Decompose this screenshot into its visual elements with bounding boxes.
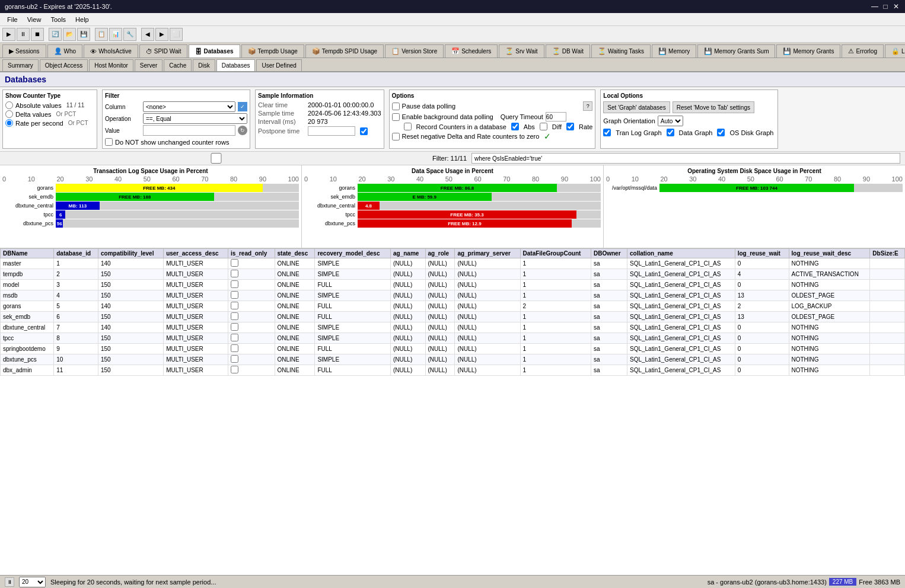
tab-waiting-tasks[interactable]: ⏳Waiting Tasks <box>591 44 651 57</box>
readonly-checkbox[interactable] <box>231 334 238 341</box>
filter-value-input[interactable] <box>143 125 235 136</box>
readonly-checkbox[interactable] <box>231 366 238 373</box>
table-row[interactable]: model3150MULTI_USERONLINEFULL(NULL)(NULL… <box>1 280 905 290</box>
table-row[interactable]: springbootdemo9150MULTI_USERONLINEFULL(N… <box>1 344 905 354</box>
tab-schedulers[interactable]: 📅Schedulers <box>445 44 498 57</box>
close-button[interactable]: ✕ <box>892 2 900 11</box>
col-ag-name[interactable]: ag_name <box>390 249 425 258</box>
col-recovery-model[interactable]: recovery_model_desc <box>315 249 391 258</box>
data-graph-checkbox[interactable] <box>667 129 674 136</box>
readonly-checkbox[interactable] <box>231 312 238 320</box>
menu-tools[interactable]: Tools <box>46 15 71 24</box>
graph-orientation-select[interactable]: Auto <box>658 116 683 126</box>
bg-polling-checkbox[interactable] <box>392 113 400 121</box>
tab-databases[interactable]: 🗄Databases <box>189 44 240 57</box>
rate-per-second-radio[interactable] <box>5 119 13 127</box>
tab-memory[interactable]: 💾Memory <box>652 44 696 57</box>
tab-sessions[interactable]: ▶Sessions <box>2 44 46 57</box>
postpone-input[interactable] <box>308 126 355 136</box>
reset-delta-checkbox[interactable] <box>392 133 400 140</box>
toolbar-pause[interactable]: ⏸ <box>17 28 30 41</box>
tab-spid-wait[interactable]: ⏱SPID Wait <box>139 44 188 57</box>
readonly-checkbox[interactable] <box>231 270 238 277</box>
table-row[interactable]: dbxtune_central7140MULTI_USERONLINESIMPL… <box>1 322 905 333</box>
tab-tempdb-usage[interactable]: 📦Tempdb Usage <box>241 44 304 57</box>
tab-version-store[interactable]: 📋Version Store <box>385 44 444 57</box>
tab-disk[interactable]: Disk <box>193 59 215 71</box>
col-ag-primary[interactable]: ag_primary_server <box>455 249 520 258</box>
data-table-container[interactable]: DBName database_id compatibility_level u… <box>0 248 905 531</box>
os-disk-graph-checkbox[interactable] <box>717 129 725 136</box>
tab-who[interactable]: 👤Who <box>47 44 83 57</box>
tran-log-graph-checkbox[interactable] <box>603 129 611 136</box>
filter-enabled-checkbox[interactable] <box>5 153 428 164</box>
toolbar-chart[interactable]: 📊 <box>109 28 122 41</box>
col-dbname[interactable]: DBName <box>1 249 54 258</box>
col-log-reuse-wait[interactable]: log_reuse_wait <box>735 249 789 258</box>
tab-cache[interactable]: Cache <box>164 59 192 71</box>
toolbar-save[interactable]: 💾 <box>77 28 90 41</box>
col-user-access[interactable]: user_access_desc <box>164 249 228 258</box>
tab-host-monitor[interactable]: Host Monitor <box>89 59 133 71</box>
minimize-button[interactable]: — <box>871 2 879 11</box>
col-is-readonly[interactable]: is_read_only <box>228 249 275 258</box>
toolbar-forward[interactable]: ▶ <box>155 28 168 41</box>
readonly-checkbox[interactable] <box>231 280 238 288</box>
filter-query-input[interactable] <box>471 153 900 164</box>
tab-memory-grants-sum[interactable]: 💾Memory Grants Sum <box>697 44 775 57</box>
tab-errorlog[interactable]: ⚠Errorlog <box>842 44 884 57</box>
toolbar-stop[interactable]: ⏹ <box>31 28 44 41</box>
filter-check-button[interactable]: ✓ <box>238 102 247 111</box>
table-row[interactable]: dbxtune_pcs10150MULTI_USERONLINESIMPLE(N… <box>1 354 905 365</box>
readonly-checkbox[interactable] <box>231 323 238 331</box>
filter-column-select[interactable]: <none> <box>143 101 235 112</box>
pause-polling-checkbox[interactable] <box>392 103 400 110</box>
table-row[interactable]: sek_emdb6150MULTI_USERONLINEFULL(NULL)(N… <box>1 312 905 322</box>
col-state[interactable]: state_desc <box>275 249 315 258</box>
tab-db-wait[interactable]: ⏳DB Wait <box>546 44 590 57</box>
diff-checkbox[interactable] <box>540 123 547 130</box>
toolbar-start[interactable]: ▶ <box>2 28 15 41</box>
query-timeout-input[interactable] <box>546 112 566 122</box>
col-ag-role[interactable]: ag_role <box>425 249 455 258</box>
reset-tab-button[interactable]: Reset 'Move to Tab' settings <box>673 101 754 113</box>
statusbar-pause-button[interactable]: ⏸ <box>5 577 14 587</box>
tab-whoisactive[interactable]: 👁WhoIsActive <box>84 44 138 57</box>
readonly-checkbox[interactable] <box>231 259 238 267</box>
tab-summary[interactable]: Summary <box>2 59 39 71</box>
tab-user-defined[interactable]: User Defined <box>256 59 301 71</box>
toolbar-open[interactable]: 📂 <box>63 28 76 41</box>
abs-checkbox[interactable] <box>511 123 519 130</box>
col-log-reuse-wait-desc[interactable]: log_reuse_wait_desc <box>789 249 870 258</box>
rate-checkbox[interactable] <box>566 123 574 130</box>
postpone-checkbox[interactable] <box>360 127 368 135</box>
record-counters-checkbox[interactable] <box>404 123 412 130</box>
tab-tempdb-spid[interactable]: 📦Tempdb SPID Usage <box>305 44 384 57</box>
maximize-button[interactable]: □ <box>881 2 890 11</box>
tab-server[interactable]: Server <box>135 59 162 71</box>
col-dbsize[interactable]: DbSize:E <box>870 249 905 258</box>
toolbar-back[interactable]: ◀ <box>141 28 154 41</box>
set-graph-button[interactable]: Set 'Graph' databases <box>603 101 670 113</box>
tab-databases-sub[interactable]: Databases <box>216 59 256 71</box>
menu-help[interactable]: Help <box>71 15 94 24</box>
col-compat-level[interactable]: compatibility_level <box>98 249 163 258</box>
table-row[interactable]: dbx_admin11150MULTI_USERONLINEFULL(NULL)… <box>1 365 905 376</box>
readonly-checkbox[interactable] <box>231 302 238 309</box>
toolbar-refresh[interactable]: 🔄 <box>49 28 62 41</box>
tab-srv-wait[interactable]: ⏳Srv Wait <box>499 44 544 57</box>
col-datafilegroup[interactable]: DataFileGroupCount <box>520 249 591 258</box>
delta-values-radio[interactable] <box>5 110 13 118</box>
table-row[interactable]: tempdb2150MULTI_USERONLINESIMPLE(NULL)(N… <box>1 269 905 280</box>
table-row[interactable]: msdb4150MULTI_USERONLINESIMPLE(NULL)(NUL… <box>1 290 905 301</box>
table-row[interactable]: gorans5140MULTI_USERONLINEFULL(NULL)(NUL… <box>1 301 905 312</box>
pause-info-button[interactable]: ? <box>583 101 592 111</box>
tab-object-access[interactable]: Object Access <box>40 59 88 71</box>
filter-go-button[interactable]: ↻ <box>238 126 247 135</box>
tab-memory-grants[interactable]: 💾Memory Grants <box>776 44 840 57</box>
statusbar-interval-select[interactable]: 20 <box>19 577 46 587</box>
col-collation[interactable]: collation_name <box>627 249 735 258</box>
menu-view[interactable]: View <box>23 15 46 24</box>
filter-operation-select[interactable]: ==, Equal <box>143 113 247 124</box>
tab-latch[interactable]: 🔒Latch S... <box>885 44 905 57</box>
